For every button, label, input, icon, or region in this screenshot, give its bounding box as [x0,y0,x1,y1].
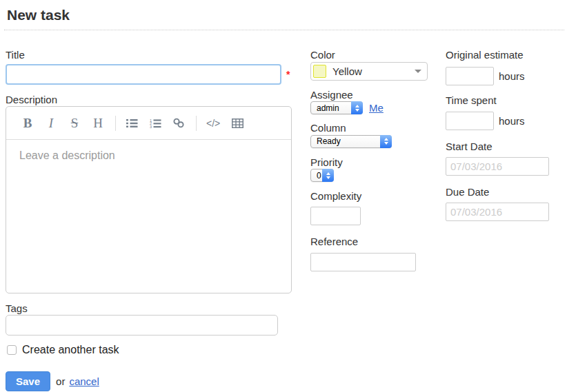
link-button[interactable] [172,115,185,132]
original-estimate-input[interactable] [446,67,494,85]
middle-column: Color Yellow Assignee admin Me Column Re… [310,48,446,271]
priority-label: Priority [310,156,446,169]
description-label: Description [6,93,293,106]
create-another-label[interactable]: Create another task [22,344,119,356]
strikethrough-icon: S [71,116,79,131]
color-dropdown[interactable]: Yellow [310,62,428,81]
toolbar-separator [115,116,116,131]
original-estimate-label: Original estimate [446,48,567,61]
task-form: Title * Description B I S [0,30,567,392]
italic-icon: I [49,116,53,131]
cancel-link[interactable]: cancel [69,375,99,387]
chevron-down-icon [415,70,421,73]
time-spent-label: Time spent [446,94,567,107]
tags-label: Tags [6,302,293,315]
unordered-list-icon [126,118,138,128]
select-stepper-icon [322,169,334,182]
save-button[interactable]: Save [6,371,50,391]
right-column: Original estimate hours Time spent hours… [446,48,567,221]
time-spent-input[interactable] [446,112,494,130]
select-stepper-icon [380,135,392,148]
required-asterisk: * [286,69,290,80]
column-select[interactable]: Ready [310,135,392,148]
tags-input[interactable] [6,315,278,336]
ordered-list-button[interactable]: 1 2 3 [149,115,161,132]
svg-text:3: 3 [150,125,152,128]
title-input[interactable] [6,64,281,85]
table-icon [232,118,243,128]
column-label: Column [310,121,446,134]
reference-label: Reference [310,235,446,248]
create-another-row: Create another task [6,344,293,356]
assignee-select[interactable]: admin [310,101,363,114]
heading-button[interactable]: H [92,115,104,132]
table-button[interactable] [231,115,243,132]
assign-to-me-link[interactable]: Me [369,102,384,114]
column-selected-value: Ready [317,136,356,146]
ordered-list-icon: 1 2 3 [150,118,161,128]
italic-button[interactable]: I [45,115,57,132]
unordered-list-button[interactable] [126,115,138,132]
assignee-row: admin Me [310,101,446,114]
bold-button[interactable]: B [21,115,34,132]
assignee-label: Assignee [310,88,446,101]
strikethrough-button[interactable]: S [68,115,81,132]
complexity-label: Complexity [310,189,446,203]
new-task-page: New task Title * Description B I S [0,7,567,392]
original-estimate-row: hours [446,67,567,85]
code-button[interactable]: </> [206,115,220,132]
code-icon: </> [206,118,220,129]
reference-input[interactable] [310,253,416,271]
complexity-input[interactable] [310,207,361,225]
select-stepper-icon [351,101,363,114]
toolbar-separator [196,116,197,131]
yellow-swatch [313,65,326,78]
priority-select[interactable]: 0 [310,169,334,182]
bold-icon: B [23,116,32,131]
action-row: Save or cancel [6,371,293,391]
start-date-input[interactable] [446,157,549,176]
description-editor: B I S H [6,106,292,293]
title-label: Title [6,48,293,61]
color-selected-value: Yellow [332,65,415,77]
time-spent-unit: hours [499,115,525,127]
title-row: * [6,64,293,85]
left-column: Title * Description B I S [6,48,293,391]
assignee-selected-value: admin [317,103,355,113]
page-title: New task [4,7,564,30]
time-spent-row: hours [446,112,567,130]
due-date-input[interactable] [446,203,549,221]
link-icon [172,118,185,128]
create-another-checkbox[interactable] [7,345,17,355]
original-estimate-unit: hours [499,70,525,82]
editor-toolbar: B I S H [6,107,291,140]
or-text: or [56,375,65,387]
due-date-label: Due Date [446,185,567,198]
start-date-label: Start Date [446,140,567,153]
heading-icon: H [93,116,103,131]
color-label: Color [310,48,446,61]
description-textarea[interactable] [6,140,291,293]
